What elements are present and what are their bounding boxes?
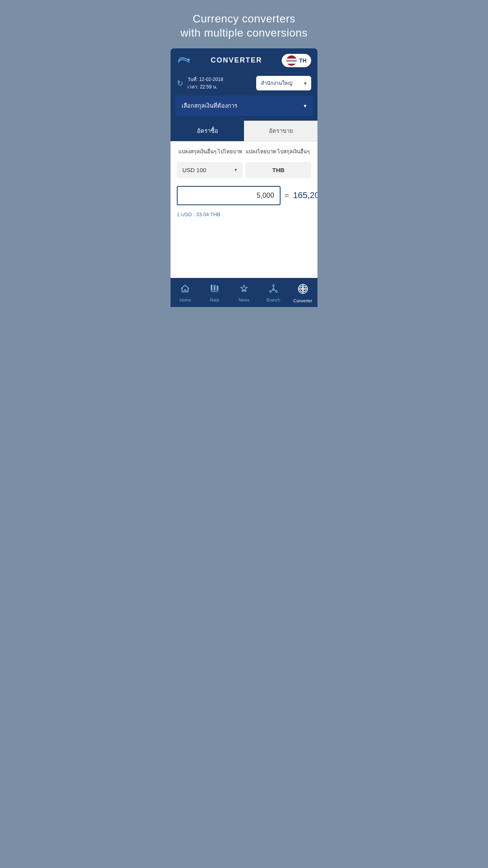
- datetime-text: วันที่: 12-02-2018 เวลา: 22:59 น.: [187, 76, 223, 91]
- rate-info: 1 USD : 33.04 THB: [171, 210, 317, 224]
- col-left-header: แปลงสกุลเงินอื่นๆ ไปไทยบาท: [177, 148, 244, 156]
- bottom-nav: Home Rate News: [171, 278, 317, 307]
- conversion-input-row: = 165,200.00: [171, 181, 317, 210]
- tab-sell-label: อัตราขาย: [269, 127, 293, 134]
- currency-dropdown-button[interactable]: เลือกสกุลเงินที่ต้องการ ▾: [175, 96, 313, 116]
- equals-sign: =: [284, 191, 289, 200]
- svg-point-9: [273, 285, 274, 286]
- language-selector[interactable]: TH: [282, 54, 311, 67]
- nav-label-home: Home: [180, 298, 191, 302]
- white-content: อัตราซื้อ อัตราขาย แปลงสกุลเงินอื่นๆ ไปไ…: [171, 121, 317, 278]
- currency-dropdown-text: เลือกสกุลเงินที่ต้องการ: [182, 101, 237, 110]
- refresh-icon[interactable]: ↻: [177, 79, 183, 88]
- converter-topbar: CONVERTER TH: [171, 48, 317, 73]
- office-dropdown-arrow: ▾: [304, 81, 306, 86]
- phone-container: Currency converters with multiple conver…: [163, 0, 325, 307]
- from-currency-label: USD 100: [182, 167, 206, 173]
- tab-buy-label: อัตราซื้อ: [197, 127, 218, 134]
- result-value: 165,200.00: [293, 190, 317, 200]
- rate-tab-bar: อัตราซื้อ อัตราขาย: [171, 121, 317, 142]
- office-dropdown[interactable]: สำนักงานใหญ่ ▾: [256, 76, 311, 90]
- tab-sell[interactable]: อัตราขาย: [244, 121, 317, 141]
- to-currency-label: THB: [246, 162, 311, 178]
- nav-label-news: News: [238, 298, 250, 302]
- svg-point-4: [214, 285, 215, 287]
- converter-icon: [297, 283, 308, 297]
- tab-buy[interactable]: อัตราซื้อ: [171, 121, 244, 141]
- app-logo-icon: [177, 55, 191, 66]
- app-title-line2: with multiple conversions: [180, 27, 308, 39]
- news-icon: [239, 283, 249, 296]
- language-code: TH: [299, 57, 306, 64]
- svg-rect-1: [211, 285, 212, 291]
- nav-item-branch[interactable]: Branch: [259, 282, 288, 305]
- column-headers: แปลงสกุลเงินอื่นๆ ไปไทยบาท แปลงไทยบาท ไป…: [171, 142, 317, 159]
- time-label: เวลา: 22:59 น.: [187, 83, 223, 91]
- from-currency-dropdown[interactable]: USD 100 ▾: [177, 162, 242, 178]
- app-title-line1: Currency converters: [193, 13, 295, 25]
- nav-label-rate: Rate: [210, 298, 219, 302]
- branch-icon: [268, 283, 279, 296]
- nav-label-branch: Branch: [266, 298, 280, 302]
- converter-title: CONVERTER: [211, 56, 262, 64]
- flag-icon: [286, 55, 297, 66]
- nav-item-converter[interactable]: Converter: [288, 282, 317, 305]
- currency-selector-section: เลือกสกุลเงินที่ต้องการ ▾: [171, 96, 317, 121]
- nav-item-home[interactable]: Home: [171, 282, 200, 305]
- office-label: สำนักงานใหญ่: [261, 79, 292, 87]
- currency-dropdown-arrow-icon: ▾: [304, 103, 306, 109]
- from-currency-arrow: ▾: [235, 167, 237, 173]
- svg-rect-3: [217, 286, 218, 291]
- home-icon: [180, 283, 190, 296]
- nav-label-converter: Converter: [293, 298, 312, 303]
- nav-item-news[interactable]: News: [229, 282, 259, 305]
- app-title: Currency converters with multiple conver…: [171, 12, 317, 40]
- currency-unit-row: USD 100 ▾ THB: [171, 159, 317, 181]
- rate-icon: [209, 283, 220, 296]
- date-label: วันที่: 12-02-2018: [187, 76, 223, 83]
- date-section: ↻ วันที่: 12-02-2018 เวลา: 22:59 น.: [177, 76, 223, 91]
- col-right-header: แปลงไทยบาท ไปสกุลเงินอื่นๆ: [244, 148, 311, 156]
- app-header: Currency converters with multiple conver…: [163, 0, 325, 48]
- info-row: ↻ วันที่: 12-02-2018 เวลา: 22:59 น. สำนั…: [171, 73, 317, 96]
- nav-item-rate[interactable]: Rate: [200, 282, 229, 305]
- main-card: CONVERTER TH ↻ วันที่:: [171, 48, 317, 278]
- amount-input[interactable]: [177, 186, 281, 205]
